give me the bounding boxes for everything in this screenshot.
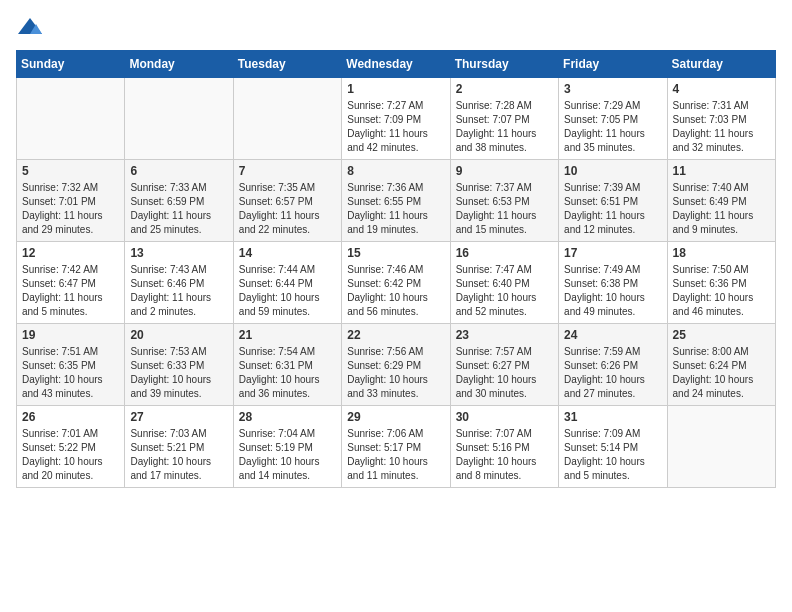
- day-number: 18: [673, 246, 770, 260]
- day-info: Sunrise: 7:29 AMSunset: 7:05 PMDaylight:…: [564, 99, 661, 155]
- weekday-header-tuesday: Tuesday: [233, 51, 341, 78]
- day-info: Sunrise: 7:28 AMSunset: 7:07 PMDaylight:…: [456, 99, 553, 155]
- calendar-cell: 1 Sunrise: 7:27 AMSunset: 7:09 PMDayligh…: [342, 78, 450, 160]
- day-info: Sunrise: 7:32 AMSunset: 7:01 PMDaylight:…: [22, 181, 119, 237]
- day-number: 9: [456, 164, 553, 178]
- weekday-header-thursday: Thursday: [450, 51, 558, 78]
- day-info: Sunrise: 7:07 AMSunset: 5:16 PMDaylight:…: [456, 427, 553, 483]
- calendar-cell: 7 Sunrise: 7:35 AMSunset: 6:57 PMDayligh…: [233, 160, 341, 242]
- day-info: Sunrise: 7:37 AMSunset: 6:53 PMDaylight:…: [456, 181, 553, 237]
- calendar-week-row: 26 Sunrise: 7:01 AMSunset: 5:22 PMDaylig…: [17, 406, 776, 488]
- day-info: Sunrise: 7:44 AMSunset: 6:44 PMDaylight:…: [239, 263, 336, 319]
- calendar-cell: 28 Sunrise: 7:04 AMSunset: 5:19 PMDaylig…: [233, 406, 341, 488]
- day-number: 4: [673, 82, 770, 96]
- day-info: Sunrise: 7:35 AMSunset: 6:57 PMDaylight:…: [239, 181, 336, 237]
- calendar-week-row: 19 Sunrise: 7:51 AMSunset: 6:35 PMDaylig…: [17, 324, 776, 406]
- calendar-cell: 24 Sunrise: 7:59 AMSunset: 6:26 PMDaylig…: [559, 324, 667, 406]
- day-number: 1: [347, 82, 444, 96]
- logo-icon: [16, 16, 44, 38]
- calendar-week-row: 12 Sunrise: 7:42 AMSunset: 6:47 PMDaylig…: [17, 242, 776, 324]
- day-number: 20: [130, 328, 227, 342]
- day-number: 23: [456, 328, 553, 342]
- calendar-cell: 9 Sunrise: 7:37 AMSunset: 6:53 PMDayligh…: [450, 160, 558, 242]
- day-info: Sunrise: 7:53 AMSunset: 6:33 PMDaylight:…: [130, 345, 227, 401]
- calendar-week-row: 1 Sunrise: 7:27 AMSunset: 7:09 PMDayligh…: [17, 78, 776, 160]
- calendar-cell: [17, 78, 125, 160]
- day-info: Sunrise: 7:04 AMSunset: 5:19 PMDaylight:…: [239, 427, 336, 483]
- calendar-cell: 31 Sunrise: 7:09 AMSunset: 5:14 PMDaylig…: [559, 406, 667, 488]
- day-number: 19: [22, 328, 119, 342]
- calendar-cell: 29 Sunrise: 7:06 AMSunset: 5:17 PMDaylig…: [342, 406, 450, 488]
- day-number: 27: [130, 410, 227, 424]
- day-info: Sunrise: 7:03 AMSunset: 5:21 PMDaylight:…: [130, 427, 227, 483]
- day-info: Sunrise: 7:54 AMSunset: 6:31 PMDaylight:…: [239, 345, 336, 401]
- calendar-cell: 3 Sunrise: 7:29 AMSunset: 7:05 PMDayligh…: [559, 78, 667, 160]
- calendar-cell: 25 Sunrise: 8:00 AMSunset: 6:24 PMDaylig…: [667, 324, 775, 406]
- day-info: Sunrise: 7:09 AMSunset: 5:14 PMDaylight:…: [564, 427, 661, 483]
- calendar-cell: 23 Sunrise: 7:57 AMSunset: 6:27 PMDaylig…: [450, 324, 558, 406]
- calendar-cell: 4 Sunrise: 7:31 AMSunset: 7:03 PMDayligh…: [667, 78, 775, 160]
- day-number: 30: [456, 410, 553, 424]
- calendar-cell: 22 Sunrise: 7:56 AMSunset: 6:29 PMDaylig…: [342, 324, 450, 406]
- logo: [16, 16, 48, 38]
- calendar-cell: 20 Sunrise: 7:53 AMSunset: 6:33 PMDaylig…: [125, 324, 233, 406]
- calendar-cell: 10 Sunrise: 7:39 AMSunset: 6:51 PMDaylig…: [559, 160, 667, 242]
- calendar-cell: [667, 406, 775, 488]
- day-number: 29: [347, 410, 444, 424]
- calendar-cell: 14 Sunrise: 7:44 AMSunset: 6:44 PMDaylig…: [233, 242, 341, 324]
- day-info: Sunrise: 7:49 AMSunset: 6:38 PMDaylight:…: [564, 263, 661, 319]
- day-number: 17: [564, 246, 661, 260]
- day-number: 7: [239, 164, 336, 178]
- calendar-cell: 6 Sunrise: 7:33 AMSunset: 6:59 PMDayligh…: [125, 160, 233, 242]
- weekday-header-row: SundayMondayTuesdayWednesdayThursdayFrid…: [17, 51, 776, 78]
- day-number: 2: [456, 82, 553, 96]
- day-number: 13: [130, 246, 227, 260]
- day-info: Sunrise: 7:06 AMSunset: 5:17 PMDaylight:…: [347, 427, 444, 483]
- day-info: Sunrise: 7:27 AMSunset: 7:09 PMDaylight:…: [347, 99, 444, 155]
- calendar-cell: 15 Sunrise: 7:46 AMSunset: 6:42 PMDaylig…: [342, 242, 450, 324]
- calendar-cell: 27 Sunrise: 7:03 AMSunset: 5:21 PMDaylig…: [125, 406, 233, 488]
- day-number: 22: [347, 328, 444, 342]
- day-info: Sunrise: 7:59 AMSunset: 6:26 PMDaylight:…: [564, 345, 661, 401]
- day-number: 15: [347, 246, 444, 260]
- day-number: 26: [22, 410, 119, 424]
- calendar-cell: 5 Sunrise: 7:32 AMSunset: 7:01 PMDayligh…: [17, 160, 125, 242]
- day-number: 11: [673, 164, 770, 178]
- calendar-cell: 12 Sunrise: 7:42 AMSunset: 6:47 PMDaylig…: [17, 242, 125, 324]
- calendar-cell: 26 Sunrise: 7:01 AMSunset: 5:22 PMDaylig…: [17, 406, 125, 488]
- calendar-cell: 19 Sunrise: 7:51 AMSunset: 6:35 PMDaylig…: [17, 324, 125, 406]
- calendar-cell: [125, 78, 233, 160]
- weekday-header-sunday: Sunday: [17, 51, 125, 78]
- day-info: Sunrise: 7:42 AMSunset: 6:47 PMDaylight:…: [22, 263, 119, 319]
- weekday-header-monday: Monday: [125, 51, 233, 78]
- calendar-cell: 18 Sunrise: 7:50 AMSunset: 6:36 PMDaylig…: [667, 242, 775, 324]
- day-number: 12: [22, 246, 119, 260]
- day-info: Sunrise: 7:50 AMSunset: 6:36 PMDaylight:…: [673, 263, 770, 319]
- day-number: 24: [564, 328, 661, 342]
- calendar-cell: 13 Sunrise: 7:43 AMSunset: 6:46 PMDaylig…: [125, 242, 233, 324]
- day-number: 6: [130, 164, 227, 178]
- day-number: 5: [22, 164, 119, 178]
- day-info: Sunrise: 7:39 AMSunset: 6:51 PMDaylight:…: [564, 181, 661, 237]
- calendar-cell: 8 Sunrise: 7:36 AMSunset: 6:55 PMDayligh…: [342, 160, 450, 242]
- calendar-cell: 2 Sunrise: 7:28 AMSunset: 7:07 PMDayligh…: [450, 78, 558, 160]
- calendar-week-row: 5 Sunrise: 7:32 AMSunset: 7:01 PMDayligh…: [17, 160, 776, 242]
- day-number: 14: [239, 246, 336, 260]
- page-header: [16, 16, 776, 38]
- day-number: 16: [456, 246, 553, 260]
- day-number: 28: [239, 410, 336, 424]
- day-info: Sunrise: 7:56 AMSunset: 6:29 PMDaylight:…: [347, 345, 444, 401]
- calendar-cell: 11 Sunrise: 7:40 AMSunset: 6:49 PMDaylig…: [667, 160, 775, 242]
- calendar-cell: 17 Sunrise: 7:49 AMSunset: 6:38 PMDaylig…: [559, 242, 667, 324]
- weekday-header-friday: Friday: [559, 51, 667, 78]
- day-info: Sunrise: 8:00 AMSunset: 6:24 PMDaylight:…: [673, 345, 770, 401]
- day-number: 21: [239, 328, 336, 342]
- weekday-header-wednesday: Wednesday: [342, 51, 450, 78]
- day-number: 3: [564, 82, 661, 96]
- day-info: Sunrise: 7:36 AMSunset: 6:55 PMDaylight:…: [347, 181, 444, 237]
- day-number: 31: [564, 410, 661, 424]
- day-number: 25: [673, 328, 770, 342]
- calendar-cell: [233, 78, 341, 160]
- calendar-cell: 16 Sunrise: 7:47 AMSunset: 6:40 PMDaylig…: [450, 242, 558, 324]
- day-info: Sunrise: 7:57 AMSunset: 6:27 PMDaylight:…: [456, 345, 553, 401]
